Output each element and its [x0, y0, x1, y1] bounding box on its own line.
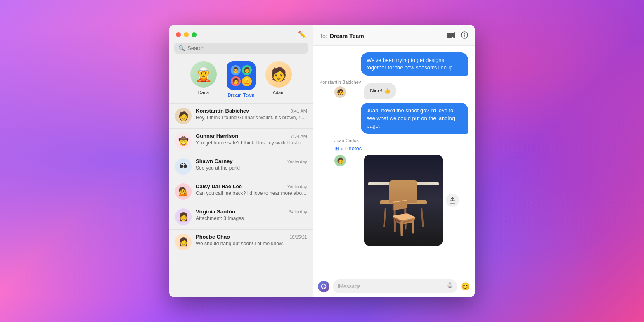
message-input-placeholder: iMessage [338, 283, 444, 289]
message-input-wrapper[interactable]: iMessage [333, 279, 457, 293]
conv-time: Yesterday [287, 159, 307, 164]
traffic-lights [176, 32, 197, 37]
conv-preview: You get home safe? I think I lost my wal… [196, 140, 307, 146]
svg-rect-0 [447, 33, 452, 38]
conv-content-shawn: Shawn Carney Yesterday See you at the pa… [196, 158, 307, 171]
chat-recipient: Dream Team [330, 33, 364, 39]
conv-preview: Attachment: 3 Images [196, 215, 307, 221]
photos-section: Juan Carlos ⊞ 6 Photos 🧑 [320, 138, 468, 246]
svg-marker-1 [452, 32, 455, 38]
message-incoming-text: Nice! 👍 [364, 83, 396, 99]
conversation-item-shawn[interactable]: 🕶 Shawn Carney Yesterday See you at the … [169, 154, 313, 179]
svg-point-4 [464, 33, 465, 34]
conv-preview: See you at the park! [196, 165, 307, 171]
to-label: To: [320, 33, 327, 39]
info-icon[interactable] [461, 31, 468, 40]
conv-name: Shawn Carney [196, 158, 233, 164]
message-outgoing-1: We've been trying to get designs togethe… [361, 52, 468, 76]
photo-image[interactable] [364, 155, 443, 246]
conv-time: 10/15/21 [289, 234, 307, 239]
message-outgoing-2: Juan, how'd the shoot go? I'd love to se… [361, 103, 468, 134]
photo-sender-avatar: 🧑 [334, 155, 346, 166]
conv-content-phoebe: Phoebe Chao 10/15/21 We should hang out … [196, 234, 307, 246]
apps-icon[interactable]: A [318, 281, 329, 292]
avatar-darla: 🧝 [190, 61, 217, 88]
conv-time: 7:34 AM [291, 134, 307, 139]
chat-header: To: Dream Team [313, 25, 475, 46]
message-in-content: Nice! 👍 [364, 83, 396, 99]
search-icon: 🔍 [178, 45, 185, 51]
conv-content-konstantin: Konstantin Babichev 9:41 AM Hey, I think… [196, 108, 307, 121]
conv-avatar-shawn: 🕶 [175, 158, 192, 175]
sidebar: ✏️ 🔍 🧝 Darla 👨 👩 🧑 [169, 25, 313, 297]
message-avatar-konstantin: 🧑 [334, 86, 346, 98]
chat-panel: To: Dream Team [313, 25, 475, 297]
minimize-button[interactable] [184, 32, 189, 37]
conv-preview: We should hang out soon! Let me know. [196, 241, 307, 246]
contact-name-adam: Adam [273, 90, 285, 95]
conv-time: Yesterday [287, 184, 307, 189]
svg-rect-8 [449, 283, 451, 286]
conv-time: 9:41 AM [291, 109, 307, 114]
share-button[interactable] [446, 194, 459, 207]
video-call-icon[interactable] [447, 32, 455, 40]
search-input[interactable] [187, 45, 304, 51]
pinned-contacts: 🧝 Darla 👨 👩 🧑 👱 Dream Team [169, 57, 313, 103]
pinned-contact-darla[interactable]: 🧝 Darla [190, 61, 217, 97]
conversation-item-virginia[interactable]: 👩 Virginia Sardón Saturday Attachment: 3… [169, 204, 313, 229]
compose-icon[interactable]: ✏️ [298, 31, 306, 38]
avatar-adam: 🧑 [265, 61, 292, 88]
conversation-item-konstantin[interactable]: 🧑 Konstantin Babichev 9:41 AM Hey, I thi… [169, 103, 313, 128]
photo-container: 🧑 [320, 155, 468, 246]
photos-header: ⊞ 6 Photos [334, 145, 468, 152]
conv-time: Saturday [289, 209, 307, 214]
conversation-list: 🧑 Konstantin Babichev 9:41 AM Hey, I thi… [169, 103, 313, 297]
conv-name: Konstantin Babichev [196, 108, 249, 114]
input-bar: A iMessage 😊 [313, 275, 475, 297]
contact-name-darla: Darla [198, 90, 209, 95]
conversation-item-phoebe[interactable]: 👩 Phoebe Chao 10/15/21 We should hang ou… [169, 229, 313, 254]
conv-name: Daisy Dal Hae Lee [196, 183, 242, 189]
chat-header-actions [447, 31, 468, 40]
conv-preview: Can you call me back? I'd love to hear m… [196, 190, 307, 196]
conv-avatar-daisy: 💁 [175, 183, 192, 200]
close-button[interactable] [176, 32, 181, 37]
message-incoming-konstantin: Konstantin Babichev 🧑 Nice! 👍 [320, 80, 468, 99]
conv-content-virginia: Virginia Sardón Saturday Attachment: 3 I… [196, 208, 307, 221]
conversation-item-daisy[interactable]: 💁 Daisy Dal Hae Lee Yesterday Can you ca… [169, 179, 313, 204]
conv-content-gunnar: Gunnar Harrison 7:34 AM You get home saf… [196, 133, 307, 146]
titlebar: ✏️ [169, 25, 313, 43]
fullscreen-button[interactable] [192, 32, 197, 37]
photos-count-label: 6 Photos [341, 145, 362, 152]
conversation-item-gunnar[interactable]: 🤠 Gunnar Harrison 7:34 AM You get home s… [169, 128, 313, 154]
conv-name: Gunnar Harrison [196, 133, 238, 139]
conv-avatar-konstantin: 🧑 [175, 108, 192, 124]
contact-name-dream-team: Dream Team [227, 92, 254, 97]
conv-content-daisy: Daisy Dal Hae Lee Yesterday Can you call… [196, 183, 307, 196]
pinned-contact-dream-team[interactable]: 👨 👩 🧑 👱 Dream Team [227, 61, 256, 97]
emoji-icon[interactable]: 😊 [461, 282, 470, 291]
conv-avatar-gunnar: 🤠 [175, 133, 192, 149]
messages-area: We've been trying to get designs togethe… [313, 46, 475, 275]
conv-name: Virginia Sardón [196, 208, 235, 215]
svg-text:A: A [322, 285, 325, 289]
sender-name-konstantin: Konstantin Babichev [320, 80, 361, 85]
photo-sender-name: Juan Carlos [334, 138, 468, 143]
avatar-dream-team: 👨 👩 🧑 👱 [227, 61, 256, 90]
conv-preview: Hey, I think I found Gunnar's wallet. It… [196, 115, 307, 121]
audio-icon [447, 282, 452, 290]
messages-app: ✏️ 🔍 🧝 Darla 👨 👩 🧑 [169, 25, 475, 297]
photos-grid-icon: ⊞ [334, 145, 339, 152]
conv-name: Phoebe Chao [196, 234, 230, 240]
search-bar[interactable]: 🔍 [174, 43, 308, 54]
conv-avatar-phoebe: 👩 [175, 234, 192, 250]
chat-header-title: To: Dream Team [320, 33, 364, 39]
svg-rect-3 [464, 35, 465, 37]
pinned-contact-adam[interactable]: 🧑 Adam [265, 61, 292, 97]
conv-avatar-virginia: 👩 [175, 208, 192, 225]
